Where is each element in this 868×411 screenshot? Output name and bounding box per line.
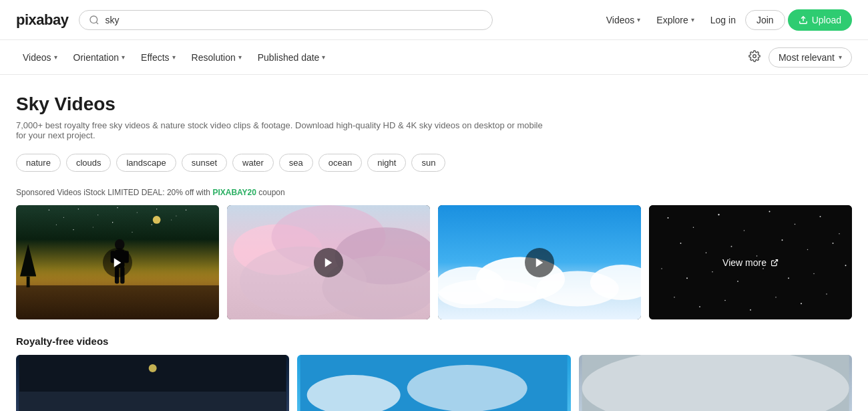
svg-point-47	[795, 224, 796, 225]
royalty-free-label: Royalty-free videos	[16, 335, 852, 347]
dark-sky-bg	[16, 355, 289, 411]
svg-point-42	[668, 217, 669, 219]
search-input[interactable]	[105, 15, 483, 25]
filter-videos-chevron-icon: ▾	[54, 53, 57, 61]
svg-point-43	[693, 227, 694, 228]
tag-landscape[interactable]: landscape	[116, 154, 176, 172]
gear-icon	[748, 50, 761, 62]
svg-marker-35	[325, 258, 333, 267]
svg-point-60	[737, 281, 738, 282]
svg-line-72	[774, 259, 778, 263]
blue-sky-bg	[297, 355, 570, 411]
sponsored-video-1[interactable]	[16, 205, 219, 319]
external-link-icon	[771, 259, 779, 267]
logo[interactable]: pixabay	[16, 11, 68, 29]
royalty-free-video-2[interactable]	[297, 355, 570, 411]
svg-point-55	[807, 249, 809, 251]
svg-point-12	[186, 210, 186, 211]
upload-button[interactable]: Upload	[788, 9, 852, 31]
royalty-free-video-1[interactable]	[16, 355, 289, 411]
play-icon	[112, 257, 124, 269]
tag-sea[interactable]: sea	[279, 154, 313, 172]
svg-point-64	[845, 265, 847, 266]
svg-point-54	[782, 239, 783, 241]
tag-water[interactable]: water	[232, 154, 274, 172]
settings-gear-button[interactable]	[743, 46, 766, 69]
sponsored-video-3[interactable]	[438, 205, 641, 319]
filter-videos-button[interactable]: Videos ▾	[16, 48, 64, 67]
play-button-1[interactable]	[103, 248, 132, 277]
svg-rect-75	[19, 392, 286, 411]
svg-point-8	[117, 207, 118, 208]
play-button-2[interactable]	[314, 248, 343, 277]
header-nav: Videos ▾ Explore ▾ Log in Join Upload	[600, 9, 852, 31]
filter-resolution-button[interactable]: Resolution ▾	[185, 48, 248, 67]
svg-point-78	[407, 365, 527, 411]
tag-sun[interactable]: sun	[411, 154, 445, 172]
svg-point-59	[712, 271, 713, 273]
svg-point-58	[686, 277, 688, 279]
play-button-3[interactable]	[525, 248, 554, 277]
main-content: Sky Videos 7,000+ best royalty free sky …	[0, 75, 868, 411]
svg-point-56	[833, 243, 834, 244]
royalty-free-video-3[interactable]	[579, 355, 852, 411]
explore-chevron-icon: ▾	[691, 16, 694, 23]
coupon-link[interactable]: PIXABAY20	[212, 188, 256, 197]
join-button[interactable]: Join	[745, 10, 785, 30]
page-title: Sky Videos	[16, 94, 852, 115]
svg-point-5	[63, 217, 64, 218]
svg-point-52	[731, 246, 732, 247]
tag-nature[interactable]: nature	[16, 154, 61, 172]
filter-published-date-button[interactable]: Published date ▾	[251, 48, 333, 67]
filter-resolution-chevron-icon: ▾	[238, 53, 242, 61]
svg-point-18	[152, 225, 152, 225]
tag-ocean[interactable]: ocean	[318, 154, 362, 172]
explore-nav-button[interactable]: Explore ▾	[650, 11, 700, 29]
svg-rect-28	[27, 277, 30, 287]
royalty-free-video-grid	[16, 355, 852, 411]
svg-point-69	[775, 297, 777, 298]
svg-point-49	[839, 233, 840, 235]
svg-point-17	[132, 232, 132, 233]
sponsored-bar: Sponsored Videos iStock LIMITED DEAL: 20…	[16, 188, 852, 197]
sponsored-video-grid: View more	[16, 205, 852, 319]
tag-night[interactable]: night	[367, 154, 406, 172]
svg-point-11	[176, 216, 176, 217]
svg-marker-29	[114, 258, 122, 267]
svg-point-9	[137, 212, 138, 213]
sponsored-video-more[interactable]: View more	[649, 205, 852, 319]
svg-marker-41	[536, 258, 544, 267]
filter-bar: Videos ▾ Orientation ▾ Effects ▾ Resolut…	[0, 40, 868, 75]
svg-point-80	[582, 355, 849, 411]
filter-orientation-button[interactable]: Orientation ▾	[67, 48, 132, 67]
svg-point-16	[112, 222, 113, 223]
sort-button[interactable]: Most relevant ▾	[769, 47, 852, 67]
svg-point-10	[156, 209, 157, 209]
filter-effects-button[interactable]: Effects ▾	[134, 48, 182, 67]
tag-clouds[interactable]: clouds	[66, 154, 112, 172]
tag-sunset[interactable]: sunset	[182, 154, 227, 172]
upload-icon	[799, 15, 808, 25]
videos-nav-button[interactable]: Videos ▾	[600, 11, 648, 29]
filter-effects-chevron-icon: ▾	[172, 53, 176, 61]
filter-orientation-chevron-icon: ▾	[122, 53, 125, 61]
tree-silhouette	[20, 244, 36, 287]
page-description: 7,000+ best royalty free sky videos & na…	[16, 120, 550, 140]
svg-point-67	[724, 300, 726, 301]
videos-chevron-icon: ▾	[637, 16, 640, 23]
play-icon	[533, 257, 546, 269]
svg-point-71	[826, 293, 827, 295]
svg-point-0	[90, 16, 97, 23]
svg-point-62	[788, 277, 789, 279]
svg-point-50	[680, 243, 682, 244]
view-more-label: View more	[722, 257, 779, 268]
svg-point-7	[97, 215, 98, 215]
sponsored-video-2[interactable]	[227, 205, 430, 319]
svg-point-4	[49, 210, 49, 211]
svg-point-70	[801, 303, 802, 304]
svg-point-46	[769, 211, 771, 213]
svg-point-6	[78, 209, 79, 209]
search-icon	[89, 15, 99, 25]
login-button[interactable]: Log in	[704, 11, 742, 29]
svg-point-61	[763, 268, 764, 269]
